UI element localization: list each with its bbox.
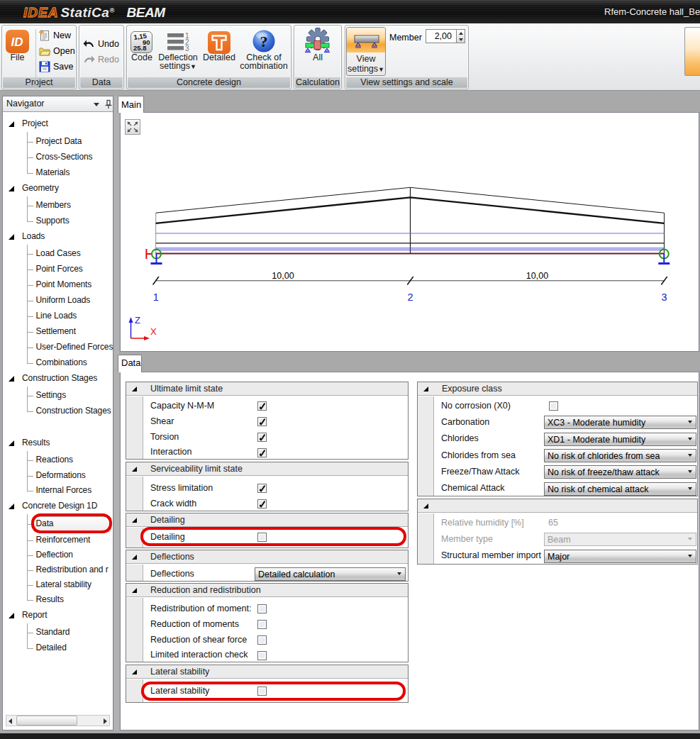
svg-text:10,00: 10,00: [272, 271, 294, 281]
svg-text:X: X: [150, 326, 157, 337]
svg-text:3: 3: [661, 291, 667, 303]
svg-text:10,00: 10,00: [526, 271, 548, 281]
svg-text:1: 1: [153, 291, 159, 303]
svg-text:?: ?: [260, 33, 268, 50]
svg-text:Z: Z: [135, 315, 140, 326]
svg-text:2: 2: [407, 291, 413, 303]
svg-text:ID: ID: [11, 35, 23, 49]
svg-text:25.8: 25.8: [133, 44, 147, 52]
svg-text:3: 3: [185, 45, 189, 52]
